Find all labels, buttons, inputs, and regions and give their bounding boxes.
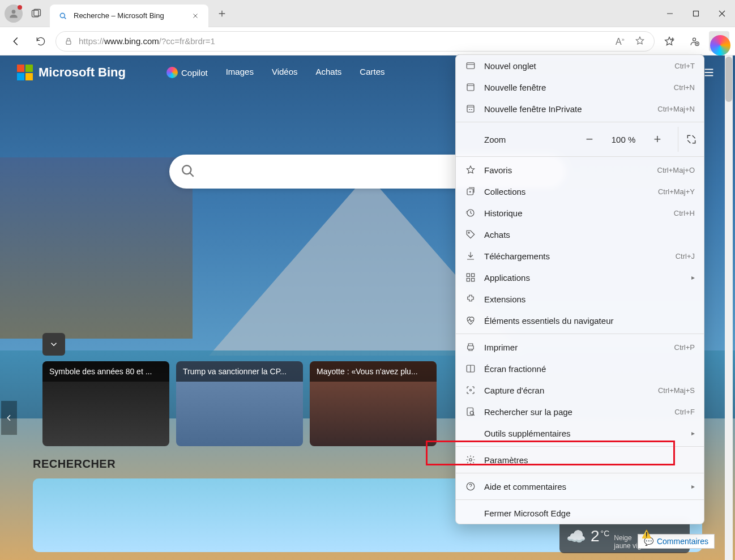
bg-building (0, 157, 193, 339)
news-prev-button[interactable] (1, 401, 17, 435)
inprivate-icon (465, 103, 476, 114)
read-aloud-icon[interactable]: A» (616, 37, 625, 46)
svg-point-27 (469, 459, 472, 461)
svg-point-17 (468, 232, 469, 233)
news-card-3[interactable]: Mayotte : «Vous n'avez plu... (310, 361, 437, 446)
menu-more-tools[interactable]: Outils supplémentaires ▸ (456, 422, 704, 444)
menu-zoom-row: Zoom − 100 % + (456, 125, 704, 154)
browser-tab[interactable]: Recherche – Microsoft Bing (50, 5, 208, 27)
menu-collections[interactable]: Collections Ctrl+Maj+Y (456, 181, 704, 202)
weather-unit: °C (601, 529, 610, 538)
heart-pulse-icon (465, 315, 476, 326)
print-icon (465, 341, 476, 353)
lock-icon (64, 37, 73, 46)
news-expand-button[interactable] (42, 333, 65, 356)
svg-point-11 (182, 165, 191, 174)
nav-videos[interactable]: Vidéos (272, 67, 298, 78)
menu-extensions[interactable]: Extensions (456, 288, 704, 310)
nav-shop[interactable]: Achats (316, 67, 342, 78)
svg-rect-4 (694, 11, 699, 16)
menu-close-edge[interactable]: Fermer Microsoft Edge (456, 502, 704, 524)
new-tab-icon (465, 60, 476, 71)
menu-find[interactable]: Rechercher sur la page Ctrl+F (456, 401, 704, 422)
copilot-icon (166, 67, 178, 78)
svg-rect-13 (467, 84, 474, 91)
fullscreen-button[interactable] (678, 127, 704, 152)
menu-new-window[interactable]: Nouvelle fenêtre Ctrl+N (456, 76, 704, 98)
news-card-1[interactable]: Symbole des années 80 et ... (42, 361, 169, 446)
collections-icon (465, 186, 476, 197)
svg-rect-18 (467, 273, 469, 276)
svg-point-3 (60, 13, 65, 18)
favorite-star-icon[interactable] (635, 36, 646, 47)
tab-title: Recherche – Microsoft Bing (74, 11, 185, 20)
vertical-scrollbar[interactable] (725, 55, 733, 560)
split-icon (465, 363, 476, 374)
menu-history[interactable]: Historique Ctrl+H (456, 202, 704, 224)
svg-rect-21 (472, 279, 475, 281)
nav-copilot[interactable]: Copilot (166, 67, 208, 78)
favorites-button[interactable] (659, 31, 680, 52)
titlebar: Recherche – Microsoft Bing (0, 0, 735, 27)
find-icon (465, 406, 476, 417)
tab-favicon-icon (58, 11, 68, 21)
search-icon (181, 164, 196, 179)
menu-settings[interactable]: Paramètres (456, 449, 704, 471)
profile-icon[interactable] (5, 5, 23, 23)
menu-favorites[interactable]: Favoris Ctrl+Maj+O (456, 159, 704, 181)
chevron-right-icon: ▸ (691, 273, 695, 281)
menu-apps[interactable]: Applications ▸ (456, 267, 704, 288)
close-window-button[interactable] (709, 0, 735, 27)
screenshot-icon (465, 384, 476, 396)
menu-screenshot[interactable]: Capture d'écran Ctrl+Maj+S (456, 379, 704, 401)
menu-downloads[interactable]: Téléchargements Ctrl+J (456, 245, 704, 267)
weather-icon: ☁️ (566, 527, 586, 546)
news-card-2[interactable]: Trump va sanctionner la CP... (176, 361, 303, 446)
menu-split-screen[interactable]: Écran fractionné (456, 358, 704, 379)
microsoft-logo-icon (17, 65, 33, 80)
weather-temp: 2 (591, 527, 600, 545)
extensions-icon (465, 293, 476, 305)
gear-icon (465, 454, 476, 465)
chevron-right-icon: ▸ (691, 482, 695, 490)
new-tab-button[interactable] (213, 5, 231, 23)
nav-maps[interactable]: Cartes (360, 67, 384, 78)
minimize-button[interactable] (657, 0, 683, 27)
svg-point-6 (693, 38, 696, 41)
favorites-icon (465, 164, 476, 176)
maximize-button[interactable] (683, 0, 709, 27)
address-bar: https://www.bing.com/?cc=fr&brdr=1 A» (0, 27, 735, 55)
menu-print[interactable]: Imprimer Ctrl+P (456, 336, 704, 358)
menu-new-tab[interactable]: Nouvel onglet Ctrl+T (456, 55, 704, 76)
tab-close-icon[interactable] (190, 11, 200, 21)
bing-logo[interactable]: Microsoft Bing (17, 65, 126, 80)
menu-essentials[interactable]: Éléments essentiels du navigateur (456, 310, 704, 331)
svg-point-24 (470, 390, 472, 391)
svg-point-0 (12, 10, 16, 14)
warning-icon: ⚠️ (642, 529, 651, 538)
zoom-label: Zoom (484, 135, 571, 144)
url-text: https://www.bing.com/?cc=fr&brdr=1 (79, 36, 610, 46)
profile-toolbar-icon[interactable] (684, 31, 704, 52)
svg-rect-20 (467, 279, 469, 281)
back-button[interactable] (6, 31, 26, 52)
svg-rect-22 (468, 346, 474, 349)
menu-purchases[interactable]: Achats (456, 224, 704, 245)
news-cards: Symbole des années 80 et ... Trump va sa… (42, 361, 437, 446)
menu-inprivate[interactable]: Nouvelle fenêtre InPrivate Ctrl+Maj+N (456, 98, 704, 119)
tag-icon (465, 229, 476, 240)
download-icon (465, 250, 476, 262)
zoom-in-button[interactable]: + (647, 129, 668, 149)
new-window-icon (465, 82, 476, 93)
svg-rect-14 (467, 105, 474, 112)
menu-help[interactable]: Aide et commentaires ▸ (456, 476, 704, 497)
copilot-sidebar-icon[interactable] (710, 35, 730, 55)
bing-nav: Copilot Images Vidéos Achats Cartes (166, 67, 385, 78)
tab-actions-icon[interactable] (27, 5, 45, 23)
url-box[interactable]: https://www.bing.com/?cc=fr&brdr=1 A» (55, 31, 655, 52)
svg-rect-19 (472, 273, 475, 276)
svg-rect-12 (467, 63, 475, 69)
refresh-button[interactable] (31, 31, 51, 52)
zoom-out-button[interactable]: − (579, 129, 600, 149)
nav-images[interactable]: Images (226, 67, 254, 78)
